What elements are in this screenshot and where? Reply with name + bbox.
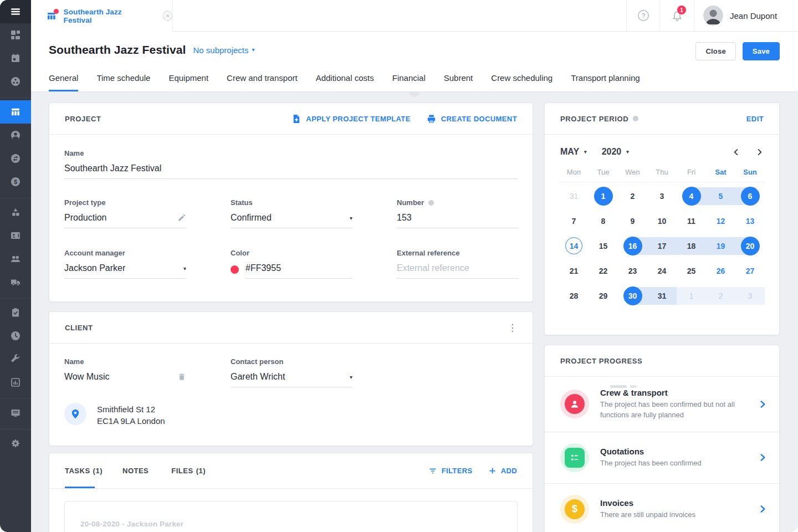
external-reference-input[interactable] [397,263,519,273]
equipment-icon[interactable] [0,201,31,224]
calendar-day[interactable]: 4 [677,183,706,208]
save-button[interactable]: Save [743,42,780,60]
chevron-right-icon[interactable] [755,148,764,156]
tab-general[interactable]: General [49,73,78,91]
tab-equipment[interactable]: Equipment [168,73,208,91]
year-select[interactable]: 2020▾ [602,147,629,157]
dashboard-icon[interactable] [0,23,31,47]
contact-person-field[interactable]: Contact person Gareth Wricht ▾ [231,357,352,387]
color-swatch[interactable] [231,265,239,274]
progress-item-crew-transport[interactable]: Crew & transport The project has been co… [545,377,779,432]
tab-transport-planning[interactable]: Transport planning [571,73,640,91]
settings-icon[interactable] [0,432,31,455]
finance-icon[interactable]: $ [0,170,31,193]
progress-item-quotations[interactable]: Quotations The project has been confirme… [545,432,779,484]
tab-subrent[interactable]: Subrent [444,73,473,91]
calendar-day[interactable]: 14 [559,233,589,258]
calendar-day[interactable]: 10 [647,208,677,233]
tab-crew-scheduling[interactable]: Crew scheduling [491,73,553,91]
calendar-day[interactable]: 23 [618,258,647,283]
calendar-day[interactable]: 18 [677,233,706,258]
close-button[interactable]: Close [695,42,735,60]
projects-icon[interactable] [0,100,31,124]
calendar-day[interactable]: 12 [706,208,735,233]
help-button[interactable]: ? [626,0,659,31]
calendar-day[interactable]: 2 [706,283,735,308]
kebab-menu-icon[interactable]: ⋮ [508,322,517,334]
account-manager-field[interactable]: Account manager Jackson Parker ▾ [64,249,186,279]
wheel-icon[interactable] [0,70,31,93]
calendar-day[interactable]: 31 [559,183,589,208]
calendar-day[interactable]: 6 [735,183,765,208]
calendar-day[interactable]: 26 [706,258,735,283]
tab-financial[interactable]: Financial [392,73,426,91]
calendar-day[interactable]: 25 [677,258,706,283]
notifications-button[interactable]: 1 [659,0,694,31]
user-menu[interactable]: Jean Dupont [694,0,798,31]
calendar-day[interactable]: 2 [618,183,647,208]
tasks-icon[interactable] [0,301,31,324]
external-reference-field[interactable]: External reference [397,249,519,279]
calendar-day[interactable]: 27 [735,258,765,283]
trash-icon[interactable] [177,372,186,381]
reports-icon[interactable] [0,371,31,394]
calendar-day[interactable]: 21 [559,258,589,283]
calendar-day[interactable]: 16 [618,233,647,258]
contacts-icon[interactable] [0,224,31,247]
tab-crew-and-transport[interactable]: Crew and transport [227,73,298,91]
calendar-day[interactable]: 5 [706,183,735,208]
calendar-day[interactable]: 8 [589,208,618,233]
progress-item-invoices[interactable]: $ Invoices There are still unpaid invoic… [545,484,779,532]
tab-tasks[interactable]: TASKS(1) [65,453,103,488]
task-item[interactable]: 20-08-2020 - Jackson Parker [64,501,518,532]
create-document-button[interactable]: CREATE DOCUMENT [426,114,517,124]
apply-project-template-button[interactable]: APPLY PROJECT TEMPLATE [291,114,410,124]
calendar-day[interactable]: 17 [647,233,677,258]
tab-files[interactable]: FILES(1) [171,453,206,488]
project-type-field[interactable]: Project type Production [64,198,186,228]
calendar-day[interactable]: 30 [618,283,647,308]
client-name-field[interactable]: Name Wow Music [64,357,186,387]
close-tab-icon[interactable]: ✕ [163,11,172,21]
calendar-day[interactable]: 1 [677,283,706,308]
calendar-day[interactable]: 28 [559,283,589,308]
calendar-day[interactable]: 3 [647,183,677,208]
calendar-day[interactable]: 7 [559,208,589,233]
tab-time-schedule[interactable]: Time schedule [96,73,150,91]
calendar-day[interactable]: 9 [618,208,647,233]
status-field[interactable]: Status Confirmed ▾ [231,198,352,228]
project-name-field[interactable]: Southearth Jazz Festival [64,163,518,179]
tab-notes[interactable]: NOTES [122,453,151,488]
truck-icon[interactable] [0,270,31,294]
calendar-day[interactable]: 20 [735,233,765,258]
tab-additional-costs[interactable]: Additional costs [316,73,374,91]
number-field[interactable]: Number 153 [397,198,519,228]
calendar-day[interactable]: 31 [647,283,677,308]
month-select[interactable]: MAY▾ [560,147,587,157]
pencil-icon[interactable] [177,213,186,222]
calendar-day[interactable]: 13 [735,208,765,233]
crew-icon[interactable] [0,247,31,270]
subprojects-dropdown[interactable]: No subprojects▾ [193,45,254,55]
calendar-day[interactable]: 15 [589,233,618,258]
edit-period-button[interactable]: EDIT [746,115,764,123]
calendar-day[interactable]: 3 [735,283,765,308]
calendar-day[interactable]: 24 [647,258,677,283]
color-field[interactable]: Color #FF3955 [231,249,352,279]
presentation-icon[interactable] [0,401,31,424]
project-tab[interactable]: Southearth Jazz Festival ✕ [31,0,173,32]
calendar-day[interactable]: 1 [589,183,618,208]
calendar-day[interactable]: 29 [589,283,618,308]
calendar-day[interactable]: 22 [589,258,618,283]
transfers-icon[interactable] [0,147,31,170]
calendar-day[interactable]: 19 [706,233,735,258]
menu-icon[interactable] [0,0,31,23]
wrench-icon[interactable] [0,347,31,371]
add-button[interactable]: ADD [488,467,517,475]
clock-icon[interactable] [0,324,31,347]
calendar-day[interactable]: 11 [677,208,706,233]
calendar-icon[interactable] [0,47,31,70]
person-icon[interactable] [0,124,31,147]
chevron-left-icon[interactable] [732,148,740,156]
filters-button[interactable]: FILTERS [428,467,473,475]
